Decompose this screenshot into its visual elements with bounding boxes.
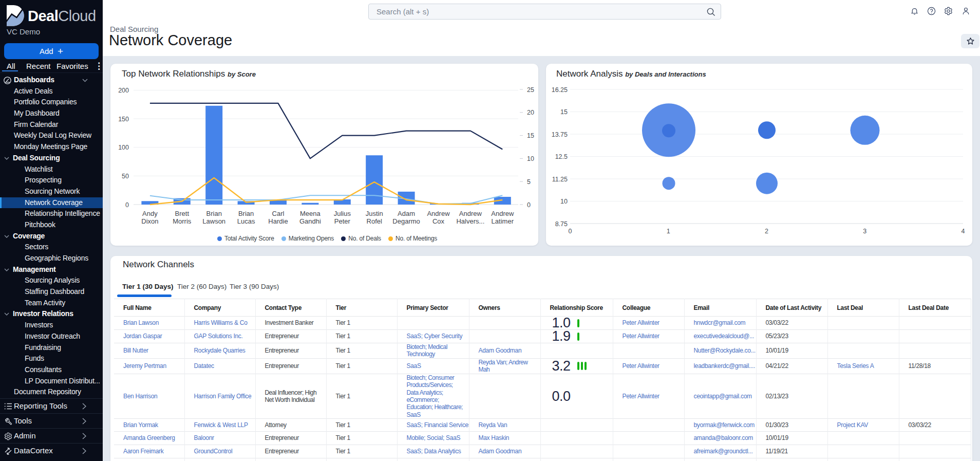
svg-text:Andrew: Andrew xyxy=(427,210,450,217)
svg-text:Andy: Andy xyxy=(142,210,158,217)
svg-text:Hardie: Hardie xyxy=(268,217,288,225)
svg-text:3: 3 xyxy=(863,228,866,235)
svg-text:Andrew: Andrew xyxy=(491,210,514,217)
svg-text:Meena: Meena xyxy=(300,210,321,217)
svg-text:0: 0 xyxy=(569,228,572,235)
svg-text:12.5: 12.5 xyxy=(555,153,568,160)
svg-text:Peter: Peter xyxy=(334,217,351,225)
svg-text:25: 25 xyxy=(527,86,534,94)
svg-text:1: 1 xyxy=(667,228,670,235)
svg-text:20: 20 xyxy=(527,109,534,116)
svg-text:5: 5 xyxy=(527,178,531,186)
svg-text:Lawson: Lawson xyxy=(202,217,225,225)
svg-text:11.25: 11.25 xyxy=(552,176,568,183)
svg-text:150: 150 xyxy=(118,116,129,123)
svg-text:Dixon: Dixon xyxy=(141,217,158,225)
svg-text:15: 15 xyxy=(560,108,568,116)
svg-text:Rofel: Rofel xyxy=(367,217,382,225)
svg-text:Carl: Carl xyxy=(272,210,285,217)
svg-text:0: 0 xyxy=(527,201,531,209)
svg-text:100: 100 xyxy=(118,144,129,151)
svg-text:13.75: 13.75 xyxy=(552,131,568,138)
svg-text:Lucas: Lucas xyxy=(237,217,255,225)
svg-text:4: 4 xyxy=(962,228,965,235)
svg-text:Gandhi: Gandhi xyxy=(299,217,321,225)
svg-text:10: 10 xyxy=(560,198,568,205)
svg-text:Julius: Julius xyxy=(334,210,351,217)
svg-text:Andrew: Andrew xyxy=(459,210,482,217)
svg-text:Halvers...: Halvers... xyxy=(456,217,484,225)
svg-text:0: 0 xyxy=(125,201,129,209)
svg-text:16.25: 16.25 xyxy=(552,86,568,94)
svg-text:Latimer: Latimer xyxy=(492,217,514,225)
svg-text:Morris: Morris xyxy=(173,217,192,225)
svg-text:Degarmo: Degarmo xyxy=(392,217,420,225)
svg-text:2: 2 xyxy=(765,228,768,235)
svg-text:Cox: Cox xyxy=(432,217,445,225)
svg-text:8.75: 8.75 xyxy=(555,220,568,228)
svg-text:Adam: Adam xyxy=(398,210,415,217)
svg-text:50: 50 xyxy=(122,173,129,180)
svg-text:Brett: Brett xyxy=(175,210,190,217)
svg-text:Brian: Brian xyxy=(206,210,222,217)
svg-text:Brian: Brian xyxy=(238,210,254,217)
svg-text:Justin: Justin xyxy=(366,210,383,217)
svg-text:200: 200 xyxy=(118,87,129,94)
svg-text:15: 15 xyxy=(527,132,534,139)
svg-text:10: 10 xyxy=(527,155,534,162)
